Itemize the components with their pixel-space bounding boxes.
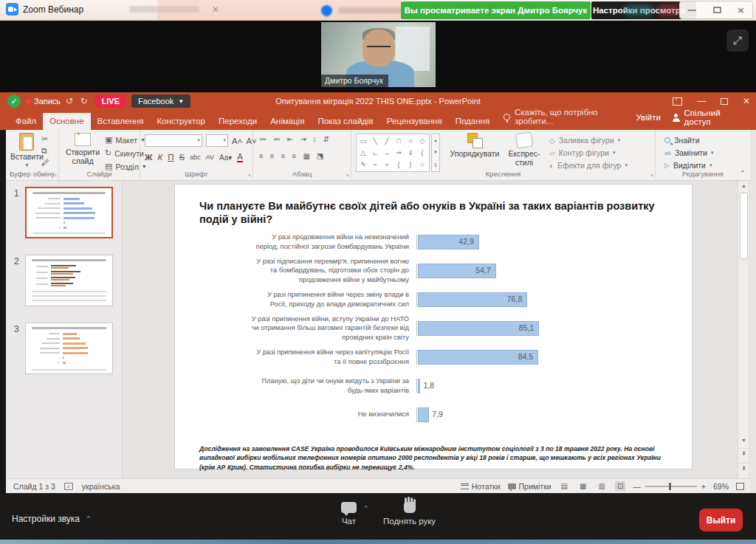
shape-glyph[interactable]: ╲ xyxy=(373,137,377,145)
dialog-launcher-icon[interactable]: ↘ xyxy=(649,172,653,178)
ppt-minimize-icon[interactable]: — xyxy=(697,96,706,106)
shape-glyph[interactable]: ≈ xyxy=(385,161,389,168)
font-size-combobox[interactable] xyxy=(206,134,228,147)
collapse-ribbon-icon[interactable]: ⌃ xyxy=(740,169,746,177)
zoom-track[interactable] xyxy=(645,486,697,487)
dialog-launcher-icon[interactable]: ↘ xyxy=(247,172,251,178)
expand-video-button[interactable]: ⤢ xyxy=(726,30,749,52)
ppt-restore-icon[interactable] xyxy=(721,98,728,105)
font-name-combobox[interactable] xyxy=(145,134,202,147)
zoom-out-icon[interactable]: — xyxy=(633,482,641,491)
shape-glyph[interactable]: ⇓ xyxy=(408,149,413,156)
ppt-close-icon[interactable]: ✕ xyxy=(743,96,750,106)
line-spacing-icon[interactable]: ↕ xyxy=(313,135,317,143)
scrollbar-thumb[interactable] xyxy=(740,193,748,259)
previous-slide-button[interactable]: ⇞ xyxy=(738,448,749,460)
shape-glyph[interactable]: □ xyxy=(396,137,400,145)
close-icon[interactable]: × xyxy=(738,4,744,16)
sign-in-button[interactable]: Увійти xyxy=(636,113,660,122)
shape-glyph[interactable]: ⇒ xyxy=(396,149,402,156)
align-right-icon[interactable]: ≡ xyxy=(281,152,286,160)
spellcheck-icon[interactable]: ✓ xyxy=(64,483,73,490)
maximize-icon[interactable] xyxy=(713,7,721,13)
align-center-icon[interactable]: ≡ xyxy=(270,152,275,160)
chevron-up-icon[interactable]: ⌃ xyxy=(363,505,369,512)
shape-glyph[interactable]: ▭ xyxy=(360,137,367,145)
zoom-thumb[interactable] xyxy=(669,483,671,490)
shape-glyph[interactable]: ∟ xyxy=(372,149,379,156)
align-left-icon[interactable]: ≡ xyxy=(259,152,264,160)
slide-thumbnail-1[interactable]: 1 xyxy=(25,187,114,238)
raise-hand-button[interactable]: Поднять руку xyxy=(383,502,436,526)
columns-icon[interactable]: ▦ xyxy=(303,152,310,160)
font-color-button[interactable]: A xyxy=(237,152,243,162)
zoom-slider[interactable]: — + xyxy=(633,482,706,491)
new-slide-button[interactable]: Створити слайд xyxy=(63,133,102,165)
increase-indent-icon[interactable]: ⇥ xyxy=(300,135,306,143)
slide-canvas[interactable]: Чи плануєте Ви майбутнє своїх дітей або … xyxy=(175,185,692,469)
copy-icon[interactable]: ⧉ xyxy=(41,146,49,156)
format-painter-icon[interactable]: 🖉 xyxy=(41,158,49,168)
zoom-level[interactable]: 69% xyxy=(713,482,729,491)
share-button[interactable]: Спільний доступ xyxy=(673,109,747,126)
tab-Вставлення[interactable]: Вставлення xyxy=(91,113,151,130)
comments-button[interactable]: Примітки xyxy=(508,482,551,491)
underline-button[interactable]: П xyxy=(168,153,173,162)
shape-fill-button[interactable]: ◇Заливка фігури▾ xyxy=(549,136,628,145)
shape-outline-button[interactable]: ▱Контур фігури▾ xyxy=(549,148,628,157)
replace-button[interactable]: abЗамінити▾ xyxy=(664,148,714,157)
reading-view-icon[interactable]: ▥ xyxy=(597,481,608,491)
fit-slide-icon[interactable] xyxy=(736,483,744,490)
dialog-launcher-icon[interactable]: ↘ xyxy=(52,172,57,178)
language-indicator[interactable]: українська xyxy=(82,482,120,491)
tab-Подання[interactable]: Подання xyxy=(449,113,496,130)
shape-effects-button[interactable]: ◐Ефекти для фігур▾ xyxy=(549,161,628,170)
text-direction-icon[interactable]: ⇵ xyxy=(323,135,330,143)
scroll-up-icon[interactable]: ▲ xyxy=(738,181,749,191)
shape-glyph[interactable]: ◇ xyxy=(420,137,425,145)
tab-Переходи[interactable]: Переходи xyxy=(212,113,264,130)
slide-thumbnail-3[interactable]: 3 xyxy=(25,323,114,374)
zoom-in-icon[interactable]: + xyxy=(701,482,706,491)
tab-Основне[interactable]: Основне xyxy=(43,113,90,130)
tab-Файл[interactable]: Файл xyxy=(9,113,43,130)
strikethrough-button[interactable]: S xyxy=(179,153,185,162)
arrange-button[interactable]: Упорядкувати xyxy=(447,133,502,158)
shape-glyph[interactable]: → xyxy=(384,149,391,156)
shape-glyph[interactable]: ○ xyxy=(408,137,412,145)
shapes-gallery[interactable]: ▭╲╱□○◇△∟→⇒⇓(✎~≈{}☆ xyxy=(356,134,430,172)
change-case-button[interactable]: Aa▾ xyxy=(219,154,232,162)
italic-button[interactable]: К xyxy=(157,153,162,162)
tab-Анімація[interactable]: Анімація xyxy=(264,113,311,130)
tab-Рецензування[interactable]: Рецензування xyxy=(380,113,449,130)
chart-bar[interactable] xyxy=(418,379,420,393)
bold-button[interactable]: Ж xyxy=(145,153,152,162)
justify-icon[interactable]: ≡ xyxy=(292,152,298,160)
quick-styles-button[interactable]: Експрес-стилі xyxy=(505,133,543,167)
numbering-icon[interactable]: ≕ xyxy=(273,135,281,143)
bullets-icon[interactable]: ≔ xyxy=(259,135,267,143)
slideshow-view-icon[interactable]: ⊡ xyxy=(615,481,625,491)
shape-glyph[interactable]: ☆ xyxy=(419,161,425,168)
slide-sorter-view-icon[interactable]: ▦ xyxy=(577,481,588,491)
tab-Конструктор[interactable]: Конструктор xyxy=(150,113,212,130)
shape-glyph[interactable]: } xyxy=(409,161,411,168)
paste-button[interactable]: Вставити ▼ xyxy=(10,133,44,168)
cut-icon[interactable]: ✂ xyxy=(41,134,49,144)
decrease-indent-icon[interactable]: ⇤ xyxy=(287,135,294,143)
notes-button[interactable]: Нотатки xyxy=(461,482,501,491)
leave-button[interactable]: Выйти xyxy=(699,509,743,531)
text-shadow-button[interactable]: abc xyxy=(190,154,201,161)
find-button[interactable]: Знайти xyxy=(664,136,714,145)
audio-settings-button[interactable]: Настройки звука ⌃ xyxy=(12,514,92,524)
chat-button[interactable]: ⌃ Чат xyxy=(341,502,357,526)
chart-bar[interactable] xyxy=(418,407,429,422)
tell-me-box[interactable]: Скажіть, що потрібно зробити... xyxy=(504,108,636,130)
shape-glyph[interactable]: ~ xyxy=(373,161,377,168)
shape-glyph[interactable]: △ xyxy=(361,149,366,156)
vertical-scrollbar[interactable]: ▲ ▼ ⇞ ⇟ xyxy=(738,181,749,478)
smartart-convert-icon[interactable]: ⬔ xyxy=(317,152,324,160)
shape-glyph[interactable]: { xyxy=(397,161,399,168)
shape-glyph[interactable]: ╱ xyxy=(385,137,388,145)
tab-Показ слайдів[interactable]: Показ слайдів xyxy=(311,113,379,130)
